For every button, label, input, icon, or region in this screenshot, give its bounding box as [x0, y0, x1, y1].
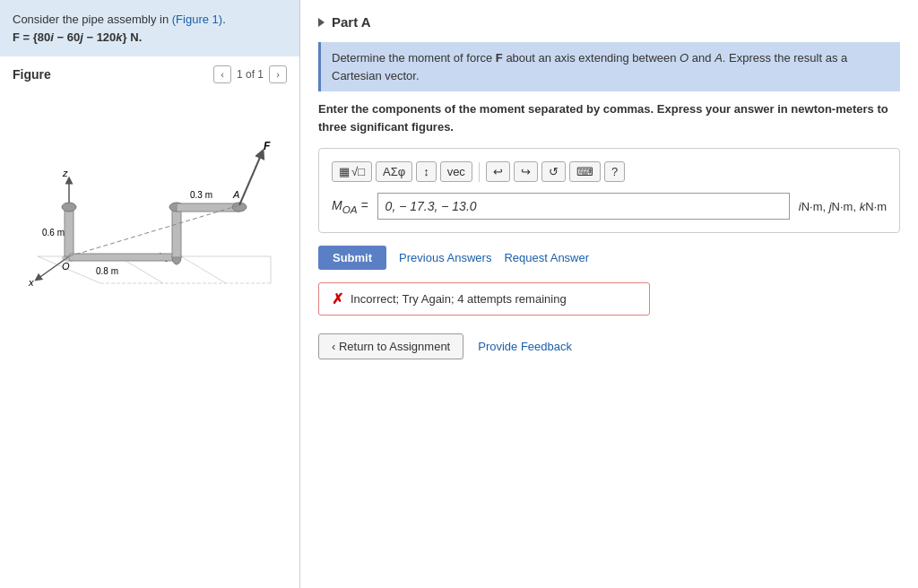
svg-text:F: F	[264, 140, 271, 152]
figure-title: Figure	[13, 67, 51, 82]
redo-icon: ↪	[521, 165, 531, 178]
part-label: Part A	[332, 14, 371, 30]
svg-text:0.6 m: 0.6 m	[42, 228, 65, 238]
right-panel: Part A Determine the moment of force F a…	[300, 0, 918, 588]
request-answer-link[interactable]: Request Answer	[504, 251, 589, 264]
instruction-text: Enter the components of the moment separ…	[318, 100, 900, 135]
answer-box: ▦ √□ AΣφ ↕ vec ↩ ↪	[318, 148, 900, 233]
question-text: Determine the moment of force F about an…	[332, 51, 847, 82]
refresh-btn[interactable]: ↺	[541, 161, 566, 182]
toolbar-separator	[479, 162, 480, 182]
error-box: ✗ Incorrect; Try Again; 4 attempts remai…	[318, 282, 650, 316]
part-header: Part A	[318, 14, 900, 30]
svg-text:0.3 m: 0.3 m	[190, 190, 212, 200]
svg-rect-14	[65, 207, 74, 256]
svg-rect-20	[172, 207, 181, 257]
bottom-links: ‹ Return to Assignment Provide Feedback	[318, 333, 900, 359]
action-row: Submit Previous Answers Request Answer	[318, 246, 900, 270]
moa-label: MOA =	[332, 198, 368, 215]
vec-btn[interactable]: vec	[440, 161, 472, 182]
left-panel: Consider the pipe assembly in (Figure 1)…	[0, 0, 300, 588]
problem-statement: Consider the pipe assembly in (Figure 1)…	[0, 0, 299, 56]
updown-icon: ↕	[423, 165, 429, 178]
figure-page: 1 of 1	[237, 68, 264, 81]
figure-navigation: ‹ 1 of 1 ›	[213, 65, 287, 83]
keyboard-icon: ⌨	[576, 165, 593, 178]
pipe-assembly-svg: z x y O	[20, 91, 280, 297]
figure-link[interactable]: (Figure 1)	[172, 13, 222, 26]
sqrt-icon: √□	[351, 165, 365, 178]
error-icon: ✗	[332, 290, 343, 307]
figure-header: Figure ‹ 1 of 1 ›	[13, 65, 287, 83]
question-highlight: Determine the moment of force F about an…	[318, 42, 900, 91]
svg-text:A: A	[232, 189, 239, 200]
vec-label: vec	[447, 165, 465, 178]
figure-prev-btn[interactable]: ‹	[213, 65, 231, 83]
greek-label: AΣφ	[383, 165, 405, 178]
svg-text:z: z	[62, 168, 68, 178]
units-label: iN·m, jN·m, kN·m	[799, 200, 887, 213]
problem-text: Consider the pipe assembly in (Figure 1)…	[13, 13, 226, 26]
keyboard-btn[interactable]: ⌨	[569, 161, 601, 182]
matrix-icon: ▦	[339, 165, 350, 178]
help-label: ?	[611, 165, 618, 178]
previous-answers-link[interactable]: Previous Answers	[399, 251, 491, 264]
answer-input[interactable]	[377, 193, 790, 220]
collapse-icon[interactable]	[318, 18, 325, 27]
force-equation: F = {80i − 60j − 120k} N.	[13, 30, 142, 44]
return-assignment-button[interactable]: ‹ Return to Assignment	[318, 333, 463, 359]
undo-icon: ↩	[493, 165, 503, 178]
figure-image: z x y O	[20, 91, 280, 297]
error-message: Incorrect; Try Again; 4 attempts remaini…	[351, 292, 567, 306]
svg-line-5	[181, 256, 226, 283]
svg-rect-17	[69, 254, 177, 261]
svg-text:0.8 m: 0.8 m	[96, 266, 118, 276]
figure-area: Figure ‹ 1 of 1 ›	[0, 56, 299, 588]
matrix-btn[interactable]: ▦ √□	[332, 161, 372, 182]
input-row: MOA = iN·m, jN·m, kN·m	[332, 193, 887, 220]
undo-btn[interactable]: ↩	[486, 161, 510, 182]
provide-feedback-link[interactable]: Provide Feedback	[478, 340, 572, 353]
figure-next-btn[interactable]: ›	[269, 65, 287, 83]
svg-text:x: x	[28, 277, 34, 288]
svg-rect-22	[177, 203, 239, 212]
refresh-icon: ↺	[549, 165, 559, 178]
submit-button[interactable]: Submit	[318, 246, 386, 270]
svg-point-16	[62, 203, 76, 212]
help-btn[interactable]: ?	[604, 161, 625, 182]
svg-line-28	[69, 205, 239, 256]
arrow-btn[interactable]: ↕	[416, 161, 437, 182]
svg-text:O: O	[62, 261, 70, 272]
greek-btn[interactable]: AΣφ	[376, 161, 412, 182]
redo-btn[interactable]: ↪	[514, 161, 538, 182]
math-toolbar: ▦ √□ AΣφ ↕ vec ↩ ↪	[332, 161, 887, 182]
svg-line-26	[239, 153, 262, 205]
